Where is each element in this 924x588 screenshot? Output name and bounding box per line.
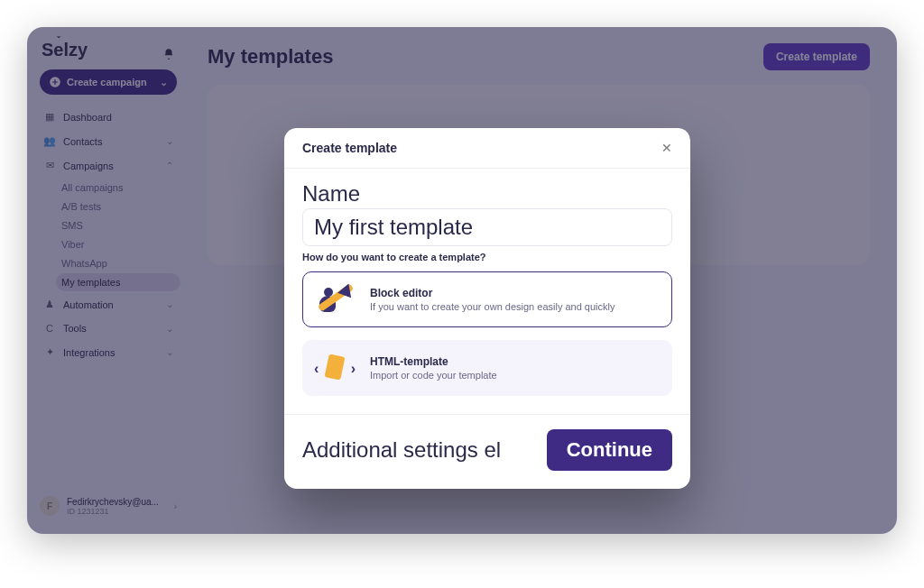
modal-body: Name How do you want to create a templat… [284,169,690,414]
option-desc: If you want to create your own design ea… [370,301,614,312]
option-text: Block editor If you want to create your … [370,287,614,312]
option-desc: Import or code your template [370,370,497,381]
modal-header: Create template ✕ [284,128,690,169]
additional-settings-label[interactable]: Additional settings el [302,437,536,463]
name-label: Name [302,181,672,207]
option-text: HTML-template Import or code your templa… [370,355,497,381]
continue-button[interactable]: Continue [547,429,672,471]
app-window: Seˇlzy Create campaign ⌄ ▦ Dashboard 👥 C… [27,27,897,534]
block-editor-icon [316,283,356,316]
template-name-input[interactable] [302,208,672,246]
modal-title: Create template [302,141,397,155]
close-icon[interactable]: ✕ [661,141,672,155]
option-title: HTML-template [370,355,497,368]
modal-footer: Additional settings el Continue [284,414,690,489]
option-html-template[interactable]: ‹ › HTML-template Import or code your te… [302,340,672,396]
option-block-editor[interactable]: Block editor If you want to create your … [302,271,672,327]
create-template-modal: Create template ✕ Name How do you want t… [284,128,690,489]
how-create-label: How do you want to create a template? [302,252,672,262]
html-template-icon: ‹ › [316,352,356,384]
option-title: Block editor [370,287,614,299]
